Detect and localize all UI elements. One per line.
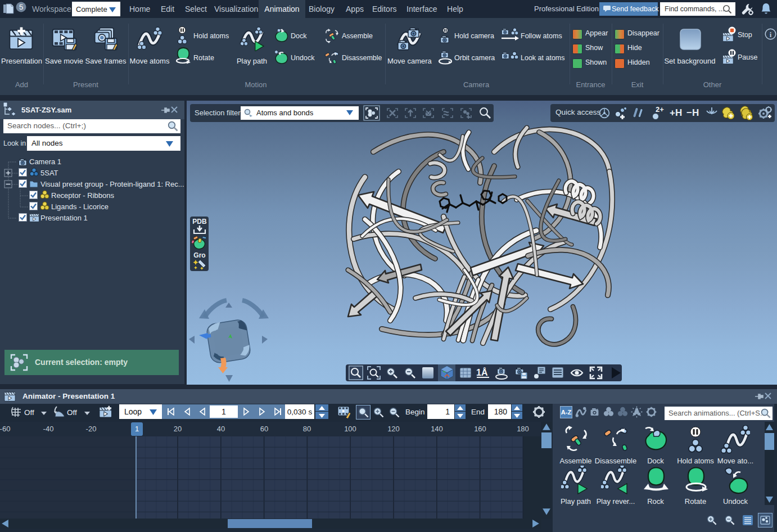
- svg-text:i: i: [770, 30, 772, 39]
- svg-text:2+: 2+: [656, 105, 664, 114]
- svg-text:1Å: 1Å: [476, 367, 488, 377]
- svg-text:5: 5: [19, 3, 23, 11]
- svg-text:−H: −H: [686, 107, 699, 118]
- svg-text:+H: +H: [670, 107, 682, 118]
